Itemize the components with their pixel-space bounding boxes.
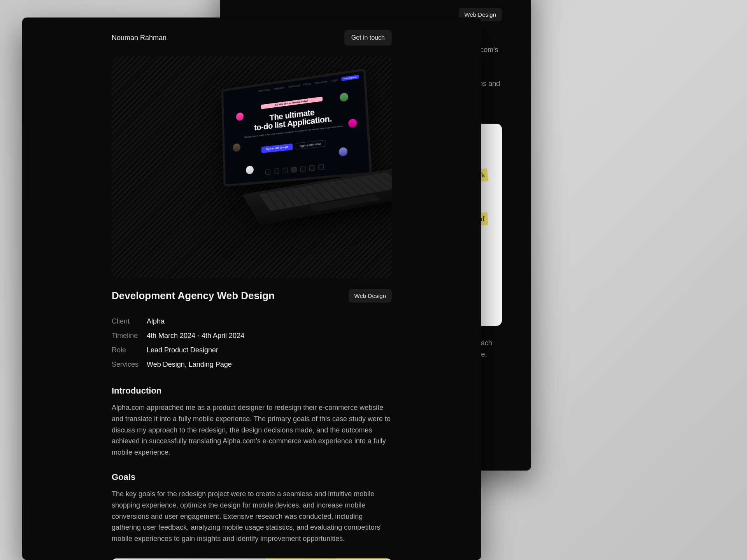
section-goals: Goals The key goals for the redesign pro…	[112, 472, 392, 544]
meta-row-timeline: Timeline 4th March 2024 - 4th April 2024	[112, 329, 392, 343]
case-study-window-front: Nouman Rahman Get in touch Use cases Tem…	[22, 18, 481, 560]
meta-value: 4th March 2024 - 4th April 2024	[147, 332, 244, 340]
meta-label: Client	[112, 317, 147, 326]
meta-value: Web Design, Landing Page	[147, 360, 232, 369]
section-heading: Goals	[112, 472, 392, 482]
meta-label: Services	[112, 360, 147, 369]
hero-cta-google: Sign up with Google	[261, 144, 293, 153]
topbar: Nouman Rahman Get in touch	[46, 30, 458, 46]
section-heading: Introduction	[112, 386, 392, 396]
meta-row-client: Client Alpha	[112, 314, 392, 329]
page-title: Development Agency Web Design	[112, 290, 275, 302]
category-tag: Web Design	[349, 289, 392, 303]
meta-value: Lead Product Designer	[147, 346, 218, 354]
meta-row-services: Services Web Design, Landing Page	[112, 357, 392, 372]
avatar-icon	[348, 119, 357, 128]
section-introduction: Introduction Alpha.com approached me as …	[112, 386, 392, 458]
meta-row-role: Role Lead Product Designer	[112, 343, 392, 357]
section-body: The key goals for the redesign project w…	[112, 488, 392, 544]
meta-label: Timeline	[112, 332, 147, 340]
avatar-icon	[338, 147, 347, 156]
laptop-screen-mockup: Use cases Templates Download Pricing Res…	[221, 68, 372, 187]
meta-value: Alpha	[147, 317, 165, 326]
project-meta: Client Alpha Timeline 4th March 2024 - 4…	[112, 314, 392, 372]
get-in-touch-button[interactable]: Get in touch	[344, 30, 392, 46]
meta-label: Role	[112, 346, 147, 354]
section-body: Alpha.com approached me as a product des…	[112, 402, 392, 458]
next-image-peek	[112, 558, 392, 560]
hero-image: Use cases Templates Download Pricing Res…	[112, 56, 392, 278]
avatar-icon	[340, 93, 349, 102]
brand-name[interactable]: Nouman Rahman	[112, 34, 167, 42]
hero-cta-email: Sign up with email	[295, 140, 326, 150]
